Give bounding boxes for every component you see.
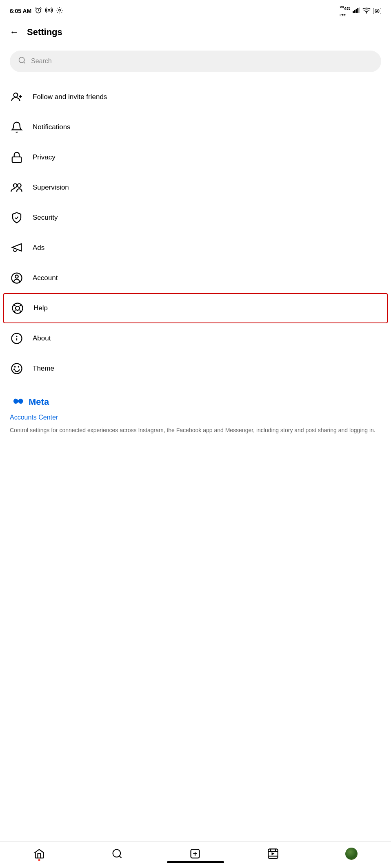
megaphone-icon bbox=[10, 241, 24, 255]
menu-item-theme[interactable]: Theme bbox=[10, 353, 381, 384]
svg-point-15 bbox=[15, 275, 18, 278]
volte-lte: Vo4GLTE bbox=[340, 5, 350, 17]
add-person-icon bbox=[10, 90, 24, 104]
meta-logo-text: Meta bbox=[29, 397, 49, 407]
home-indicator-bar bbox=[167, 861, 224, 863]
about-label: About bbox=[33, 334, 51, 342]
svg-point-13 bbox=[18, 183, 21, 187]
status-right: Vo4GLTE 60 bbox=[340, 5, 381, 17]
svg-point-9 bbox=[19, 57, 24, 62]
alarm-icon bbox=[35, 7, 42, 15]
header: ← Settings bbox=[0, 20, 391, 44]
lock-icon bbox=[10, 150, 24, 164]
search-bar[interactable]: Search bbox=[10, 51, 381, 72]
svg-point-29 bbox=[113, 850, 120, 857]
meta-infinity-icon bbox=[10, 397, 24, 407]
svg-point-26 bbox=[14, 366, 16, 368]
menu-item-account[interactable]: Account bbox=[10, 263, 381, 293]
svg-point-8 bbox=[366, 13, 367, 13]
status-left: 6:05 AM bbox=[10, 7, 63, 15]
bottom-navigation bbox=[0, 841, 391, 868]
account-label: Account bbox=[33, 274, 58, 282]
meta-section: Meta Accounts Center Control settings fo… bbox=[0, 384, 391, 444]
svg-line-18 bbox=[14, 305, 16, 306]
svg-point-27 bbox=[18, 366, 20, 368]
meta-logo: Meta bbox=[10, 397, 381, 407]
follow-label: Follow and invite friends bbox=[33, 93, 107, 101]
security-label: Security bbox=[33, 214, 58, 222]
battery-indicator: 60 bbox=[373, 8, 381, 14]
ads-label: Ads bbox=[33, 244, 44, 252]
bell-icon bbox=[10, 120, 24, 134]
status-bar: 6:05 AM Vo4GLTE bbox=[0, 0, 391, 20]
svg-rect-4 bbox=[354, 10, 355, 13]
lifebuoy-icon bbox=[11, 301, 24, 315]
help-label: Help bbox=[33, 304, 48, 312]
menu-item-about[interactable]: About bbox=[10, 323, 381, 353]
supervision-icon bbox=[10, 181, 24, 194]
gear-icon bbox=[56, 7, 63, 15]
info-circle-icon bbox=[10, 331, 24, 345]
svg-rect-5 bbox=[355, 9, 357, 13]
privacy-label: Privacy bbox=[33, 153, 56, 161]
svg-rect-7 bbox=[359, 8, 360, 13]
svg-rect-6 bbox=[357, 8, 358, 13]
svg-rect-3 bbox=[353, 11, 354, 13]
theme-label: Theme bbox=[33, 364, 54, 373]
menu-list: Follow and invite friends Notifications … bbox=[0, 82, 391, 384]
menu-item-supervision[interactable]: Supervision bbox=[10, 172, 381, 203]
menu-item-help[interactable]: Help bbox=[3, 293, 388, 323]
meta-description: Control settings for connected experienc… bbox=[10, 426, 381, 435]
search-container: Search bbox=[0, 44, 391, 82]
connect-icon bbox=[45, 7, 53, 15]
page-title: Settings bbox=[27, 27, 62, 38]
menu-item-security[interactable]: Security bbox=[10, 203, 381, 233]
person-circle-icon bbox=[10, 271, 24, 285]
svg-line-20 bbox=[14, 310, 16, 312]
back-button[interactable]: ← bbox=[10, 27, 19, 38]
signal-bars-icon bbox=[353, 7, 360, 14]
wifi-icon bbox=[362, 7, 371, 15]
svg-point-25 bbox=[12, 363, 22, 373]
svg-point-1 bbox=[48, 9, 50, 11]
menu-item-ads[interactable]: Ads bbox=[10, 233, 381, 263]
svg-point-2 bbox=[59, 9, 61, 11]
notifications-label: Notifications bbox=[33, 123, 71, 131]
palette-icon bbox=[10, 362, 24, 375]
search-icon bbox=[18, 56, 26, 66]
search-input-placeholder: Search bbox=[31, 57, 52, 65]
svg-line-21 bbox=[20, 305, 21, 306]
menu-item-notifications[interactable]: Notifications bbox=[10, 112, 381, 142]
svg-rect-11 bbox=[12, 157, 22, 163]
supervision-label: Supervision bbox=[33, 183, 69, 192]
svg-point-10 bbox=[14, 93, 18, 97]
svg-line-19 bbox=[20, 310, 21, 312]
svg-point-17 bbox=[16, 306, 20, 310]
time-display: 6:05 AM bbox=[10, 8, 31, 14]
menu-item-privacy[interactable]: Privacy bbox=[10, 142, 381, 172]
svg-point-12 bbox=[13, 183, 17, 187]
menu-item-follow[interactable]: Follow and invite friends bbox=[10, 82, 381, 112]
shield-check-icon bbox=[10, 211, 24, 225]
accounts-center-link[interactable]: Accounts Center bbox=[10, 414, 381, 421]
